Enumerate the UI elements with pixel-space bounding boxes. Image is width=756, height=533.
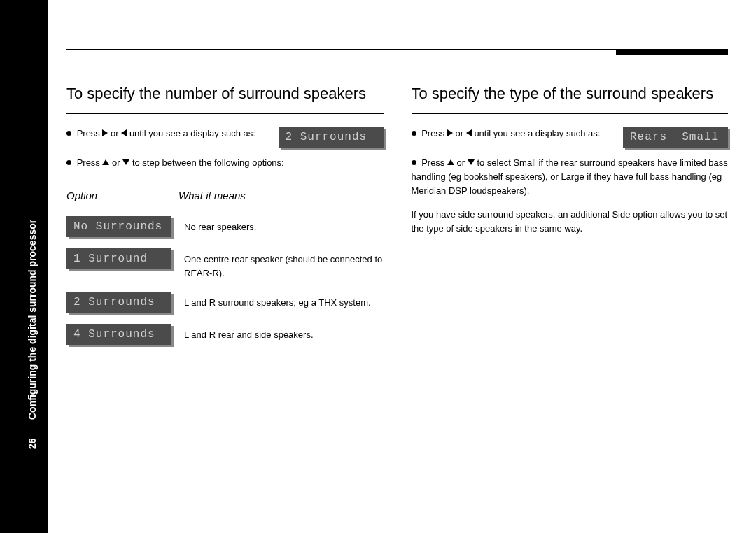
text-fragment: or <box>111 128 121 138</box>
right-arrow-icon <box>447 129 453 136</box>
page-content: To specify the number of surround speake… <box>66 49 728 356</box>
option-description: No rear speakers. <box>184 216 384 234</box>
down-arrow-icon <box>468 159 475 165</box>
lcd-display: 2 Surrounds <box>279 127 384 148</box>
options-table-header: Option What it means <box>66 190 384 201</box>
up-arrow-icon <box>447 159 454 165</box>
up-arrow-icon <box>102 159 109 165</box>
lcd-display: 2 Surrounds <box>66 292 172 313</box>
text-fragment: or <box>112 157 122 168</box>
lcd-display: 4 Surrounds <box>66 324 172 345</box>
text-fragment: Press <box>77 157 103 168</box>
bullet-icon <box>412 160 416 165</box>
top-rule <box>66 49 728 50</box>
bullet-icon <box>412 131 416 136</box>
sidebar-title: Configuring the digital surround process… <box>27 220 38 420</box>
text-fragment: Press <box>77 128 103 138</box>
bullet-icon <box>66 160 71 165</box>
instruction-text: Press or until you see a display such as… <box>412 127 614 141</box>
columns: To specify the number of surround speake… <box>66 84 728 356</box>
divider <box>412 113 729 114</box>
down-arrow-icon <box>122 159 130 165</box>
left-column: To specify the number of surround speake… <box>66 84 384 356</box>
text-fragment: Press <box>421 128 447 138</box>
divider <box>66 206 384 206</box>
text-fragment: until you see a display such as: <box>474 128 600 138</box>
instruction-row: Press or until you see a display such as… <box>412 127 729 148</box>
right-heading: To specify the type of the surround spea… <box>412 84 729 104</box>
text-fragment: until you see a display such as: <box>130 128 255 138</box>
header-meaning: What it means <box>178 190 384 201</box>
left-arrow-icon <box>466 129 472 136</box>
text-fragment: or <box>457 157 468 168</box>
right-column: To specify the type of the surround spea… <box>412 84 729 356</box>
sidebar: 26 Configuring the digital surround proc… <box>0 0 48 533</box>
option-description: One centre rear speaker (should be conne… <box>184 248 384 280</box>
instruction-row: Press or until you see a display such as… <box>66 127 384 148</box>
option-description: L and R surround speakers; eg a THX syst… <box>184 292 384 310</box>
text-fragment: Press <box>421 157 447 168</box>
instruction-text: Press or to select Small if the rear sur… <box>412 156 729 198</box>
divider <box>66 113 384 114</box>
option-description: L and R rear and side speakers. <box>184 324 384 342</box>
right-arrow-icon <box>102 129 108 136</box>
option-row: 4 Surrounds L and R rear and side speake… <box>66 324 384 345</box>
left-heading: To specify the number of surround speake… <box>66 84 384 104</box>
paragraph: If you have side surround speakers, an a… <box>412 208 729 236</box>
lcd-display: Rears Small <box>623 127 728 148</box>
option-row: 2 Surrounds L and R surround speakers; e… <box>66 292 384 313</box>
left-arrow-icon <box>121 129 127 136</box>
lcd-display: No Surrounds <box>66 216 172 237</box>
instruction-text: Press or to step between the following o… <box>66 156 384 170</box>
option-row: No Surrounds No rear speakers. <box>66 216 384 237</box>
lcd-display: 1 Surround <box>66 248 172 269</box>
option-row: 1 Surround One centre rear speaker (shou… <box>66 248 384 280</box>
text-fragment: to step between the following options: <box>132 157 284 168</box>
page-number: 26 <box>27 438 38 449</box>
instruction-text: Press or until you see a display such as… <box>66 127 269 141</box>
text-fragment: or <box>456 128 466 138</box>
header-option: Option <box>66 190 178 201</box>
bullet-icon <box>66 131 71 136</box>
